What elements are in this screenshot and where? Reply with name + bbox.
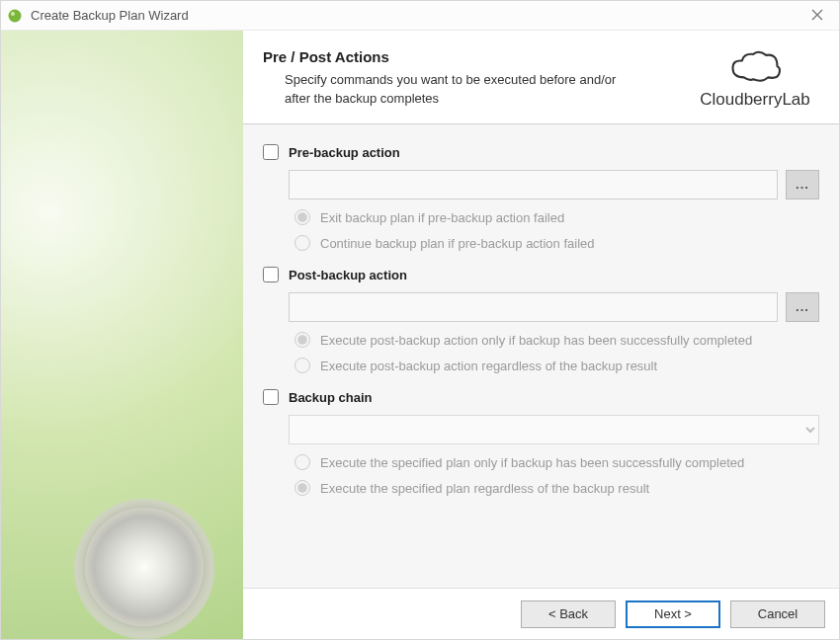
post-regardless-radio[interactable] [294, 358, 310, 373]
pre-exit-label: Exit backup plan if pre-backup action fa… [320, 210, 564, 225]
svg-point-0 [9, 9, 22, 22]
post-backup-browse-button[interactable]: ... [786, 292, 819, 322]
close-icon[interactable] [801, 2, 833, 30]
backup-chain-row: Backup chain [263, 389, 819, 405]
cancel-button[interactable]: Cancel [730, 600, 825, 628]
next-button[interactable]: Next > [626, 600, 720, 628]
post-only-success-label: Execute post-backup action only if backu… [320, 333, 752, 348]
post-backup-command-input[interactable] [289, 292, 778, 322]
chain-only-success-label: Execute the specified plan only if backu… [320, 455, 744, 470]
back-button[interactable]: < Back [521, 600, 616, 628]
backup-chain-select[interactable] [289, 415, 819, 444]
page-title: Pre / Post Actions [263, 48, 671, 65]
pre-backup-checkbox[interactable] [263, 144, 279, 160]
app-icon [7, 8, 23, 24]
post-only-success-radio[interactable] [294, 332, 310, 348]
svg-point-1 [11, 12, 15, 16]
form-area: Pre-backup action ... Exit backup plan i… [243, 124, 839, 588]
post-regardless-label: Execute post-backup action regardless of… [320, 359, 657, 373]
wizard-footer: < Back Next > Cancel [243, 588, 839, 639]
brand-label: CloudberryLab [700, 90, 810, 110]
pre-backup-label[interactable]: Pre-backup action [289, 145, 400, 160]
post-backup-row: Post-backup action [263, 267, 819, 282]
cloud-icon [725, 48, 785, 88]
chain-only-success-radio[interactable] [294, 454, 310, 470]
wizard-window: Create Backup Plan Wizard Pre / Post Act… [0, 0, 840, 640]
backup-chain-checkbox[interactable] [263, 389, 279, 405]
pre-continue-label: Continue backup plan if pre-backup actio… [320, 236, 595, 251]
chain-regardless-label: Execute the specified plan regardless of… [320, 481, 649, 496]
post-backup-checkbox[interactable] [263, 267, 279, 282]
pre-exit-radio[interactable] [294, 209, 310, 225]
page-description: Specify commands you want to be executed… [263, 71, 638, 109]
brand-block: CloudberryLab [691, 48, 819, 110]
page-header: Pre / Post Actions Specify commands you … [243, 31, 839, 124]
backup-chain-label[interactable]: Backup chain [289, 390, 373, 405]
chain-regardless-radio[interactable] [294, 480, 310, 496]
sidebar-artwork [1, 31, 243, 639]
pre-backup-row: Pre-backup action [263, 144, 819, 160]
pre-backup-browse-button[interactable]: ... [786, 170, 819, 200]
pre-backup-command-input[interactable] [289, 170, 778, 200]
pre-continue-radio[interactable] [294, 235, 310, 251]
post-backup-label[interactable]: Post-backup action [289, 268, 407, 282]
window-title: Create Backup Plan Wizard [31, 8, 801, 23]
titlebar: Create Backup Plan Wizard [1, 1, 839, 31]
